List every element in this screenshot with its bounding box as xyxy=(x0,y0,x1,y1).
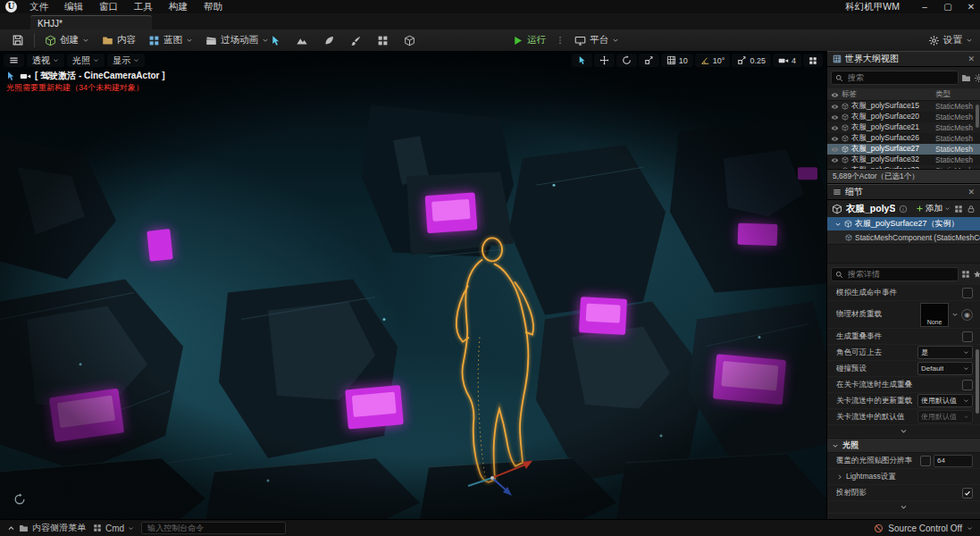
asset-thumbnail[interactable]: None xyxy=(920,303,949,327)
panel-layout-icon[interactable] xyxy=(954,205,963,214)
checkbox[interactable] xyxy=(962,380,973,390)
checkbox-checked[interactable] xyxy=(962,488,973,498)
details-search-input[interactable] xyxy=(846,269,954,280)
visibility-eye-icon[interactable] xyxy=(827,124,842,132)
menu-edit[interactable]: 编辑 xyxy=(57,0,90,13)
outliner-filter-icon[interactable] xyxy=(961,73,971,83)
settings-button[interactable]: 设置 xyxy=(928,34,973,46)
details-searchbox[interactable] xyxy=(831,267,959,281)
checkbox[interactable] xyxy=(962,288,973,298)
component-row[interactable]: StaticMeshComponent (StaticMeshComp...) xyxy=(827,230,980,245)
grid-snap-button[interactable]: 10 xyxy=(661,54,693,67)
content-drawer-button[interactable]: 内容侧滑菜单 xyxy=(7,522,86,534)
level-tab[interactable]: KHJJ* xyxy=(30,15,152,30)
menu-window[interactable]: 窗口 xyxy=(92,0,125,13)
scale-snap-button[interactable]: 0.25 xyxy=(732,54,771,67)
outliner-row-selected[interactable]: 衣服_polySurface27 StaticMesh xyxy=(827,144,980,155)
save-button[interactable] xyxy=(5,30,30,50)
outliner-row[interactable]: 衣服_polySurface26 StaticMesh xyxy=(827,133,980,144)
landscape-mode-button[interactable] xyxy=(291,31,313,49)
add-component-button[interactable]: 添加 xyxy=(916,203,951,214)
label-column-header[interactable]: 标签 xyxy=(842,89,935,100)
play-button[interactable]: 运行 xyxy=(506,30,552,50)
viewport-menu-button[interactable] xyxy=(4,54,24,67)
lighting-section-header[interactable]: 光照 xyxy=(827,438,980,453)
blueprint-button[interactable]: 蓝图 xyxy=(142,30,199,50)
outliner-row[interactable]: 衣服_polySurface21 StaticMesh xyxy=(827,122,980,133)
fracture-mode-button[interactable] xyxy=(372,31,393,49)
foliage-mode-button[interactable] xyxy=(318,31,339,49)
tab-details[interactable]: 细节 ✕ xyxy=(827,184,980,199)
content-button[interactable]: 内容 xyxy=(96,30,142,50)
dropdown[interactable]: 是 xyxy=(917,346,973,359)
outliner-scrollbar-thumb[interactable] xyxy=(976,105,979,128)
console-input[interactable] xyxy=(146,523,281,533)
outliner-row[interactable]: 衣服_polySurface20 StaticMesh xyxy=(827,112,980,122)
details-scrollbar-thumb[interactable] xyxy=(976,349,979,414)
cmd-selector[interactable]: Cmd xyxy=(93,523,134,533)
asset-dropdown-icon[interactable] xyxy=(951,311,959,318)
scale-tool-button[interactable] xyxy=(639,54,659,67)
number-field[interactable]: 64 xyxy=(934,455,973,467)
lit-mode-button[interactable]: 光照 xyxy=(67,54,105,67)
visibility-eye-icon[interactable] xyxy=(827,135,842,143)
info-icon[interactable] xyxy=(899,205,908,214)
maximize-viewport-button[interactable] xyxy=(803,54,823,67)
rotate-tool-button[interactable] xyxy=(616,54,637,67)
rotation-snap-button[interactable]: 10° xyxy=(695,54,731,67)
lock-icon[interactable] xyxy=(967,205,976,214)
level-viewport[interactable]: 透视 光照 显示 [ 驾驶激活 - CineCameraActor ] 光照需要… xyxy=(0,51,826,520)
show-button[interactable]: 显示 xyxy=(107,54,145,67)
viewport-3d-scene[interactable] xyxy=(0,51,826,520)
close-button[interactable]: ✕ xyxy=(966,2,976,12)
eject-pilot-icon[interactable] xyxy=(5,71,16,81)
use-selected-asset-icon[interactable]: ◉ xyxy=(961,309,973,321)
favorites-star-icon[interactable] xyxy=(973,270,980,279)
checkbox[interactable] xyxy=(920,456,931,466)
select-mode-button[interactable] xyxy=(264,31,286,49)
visibility-eye-icon[interactable] xyxy=(827,103,842,111)
visibility-eye-icon[interactable] xyxy=(827,146,842,154)
console-input-box[interactable] xyxy=(141,522,286,534)
menu-tools[interactable]: 工具 xyxy=(127,0,160,13)
visibility-eye-icon[interactable] xyxy=(827,156,842,164)
outliner-row[interactable]: 衣服_polySurface33 StaticMesh xyxy=(827,165,980,169)
instance-row[interactable]: 衣服_polySurface27（实例） xyxy=(827,217,980,230)
camera-speed-button[interactable]: 4 xyxy=(773,54,801,67)
maximize-button[interactable]: ▢ xyxy=(942,2,953,12)
eye-column-icon[interactable] xyxy=(827,89,842,98)
mesh-paint-mode-button[interactable] xyxy=(345,31,366,49)
property-label: 角色可迈上去 xyxy=(836,348,917,358)
menu-help[interactable]: 帮助 xyxy=(197,0,230,13)
section-expander[interactable] xyxy=(827,501,980,514)
advanced-expander[interactable] xyxy=(827,425,980,438)
brush-edit-mode-button[interactable] xyxy=(398,31,420,49)
menu-file[interactable]: 文件 xyxy=(22,0,55,13)
play-options-icon[interactable] xyxy=(556,35,565,46)
outliner-searchbox[interactable] xyxy=(831,71,959,85)
menu-build[interactable]: 构建 xyxy=(162,0,195,13)
perspective-button[interactable]: 透视 xyxy=(27,54,64,67)
outliner-search-input[interactable] xyxy=(846,72,954,83)
minimize-button[interactable]: – xyxy=(919,2,930,12)
select-tool-button[interactable] xyxy=(572,54,592,67)
outliner-row[interactable]: 衣服_polySurface15 StaticMesh xyxy=(827,101,980,112)
platform-button[interactable]: 平台 xyxy=(568,30,625,50)
details-close-icon[interactable]: ✕ xyxy=(967,188,975,197)
outliner-row[interactable]: 衣服_polySurface32 StaticMesh xyxy=(827,155,980,165)
tab-world-outliner[interactable]: 世界大纲视图 ✕ xyxy=(827,51,980,66)
create-button[interactable]: 创建 xyxy=(38,30,96,50)
viewport-orbit-icon[interactable] xyxy=(13,493,26,506)
dropdown[interactable]: Default xyxy=(917,362,973,375)
expand-chevron-icon[interactable] xyxy=(836,473,843,481)
outliner-settings-icon[interactable] xyxy=(974,73,980,83)
visibility-eye-icon[interactable] xyxy=(827,167,842,170)
details-columns-icon[interactable] xyxy=(961,270,970,279)
translate-tool-button[interactable] xyxy=(594,54,615,67)
outliner-close-icon[interactable]: ✕ xyxy=(967,54,975,63)
checkbox[interactable] xyxy=(962,331,973,342)
source-control-button[interactable]: Source Control Off xyxy=(874,523,973,533)
dropdown[interactable]: 使用默认值 xyxy=(917,394,973,407)
type-column-header[interactable]: 类型 xyxy=(935,89,980,100)
visibility-eye-icon[interactable] xyxy=(827,113,842,121)
